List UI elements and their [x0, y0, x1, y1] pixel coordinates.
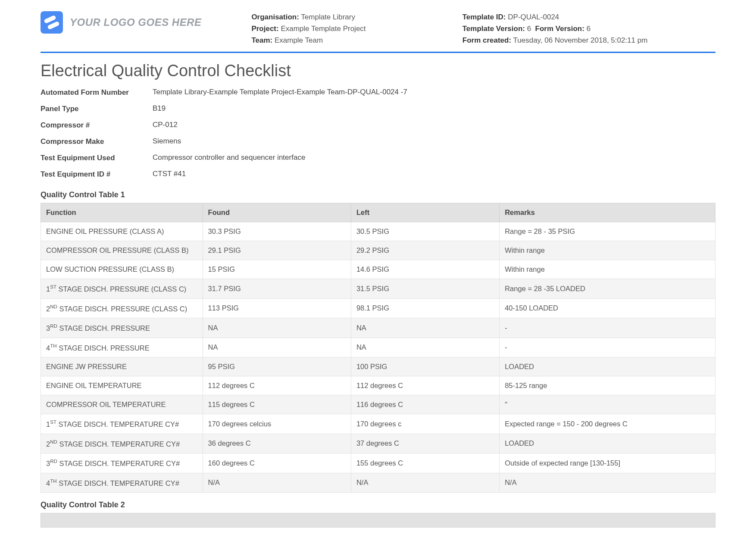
cell-remarks: Range = 28 - 35 PSIG [500, 222, 715, 241]
page-title: Electrical Quality Control Checklist [41, 62, 715, 80]
cell-left: 14.6 PSIG [351, 260, 499, 279]
org-label: Organisation: [251, 13, 299, 21]
qc1-table: Function Found Left Remarks ENGINE OIL P… [41, 203, 715, 493]
cell-left: 29.2 PSIG [351, 241, 499, 260]
cell-remarks: LOADED [500, 357, 715, 376]
form-created-label: Form created: [462, 36, 511, 44]
qc1-col-function: Function [41, 203, 203, 222]
cell-left: NA [351, 338, 499, 357]
table-row: ENGINE OIL PRESSURE (CLASS A)30.3 PSIG30… [41, 222, 715, 241]
cell-found: NA [203, 338, 351, 357]
cell-left: NA [351, 318, 499, 338]
qc2-empty-strip [41, 513, 715, 528]
form-created-value: Tuesday, 06 November 2018, 5:02:11 pm [513, 36, 648, 44]
cell-left: 112 degrees C [351, 376, 499, 395]
cell-function: 3RD STAGE DISCH. PRESSURE [41, 318, 203, 338]
cell-left: 170 degrees c [351, 414, 499, 434]
cell-left: 100 PSIG [351, 357, 499, 376]
document-header: YOUR LOGO GOES HERE Organisation: Templa… [41, 11, 715, 53]
project-label: Project: [251, 25, 278, 33]
meta-row: Automated Form NumberTemplate Library-Ex… [41, 84, 715, 101]
template-id-label: Template ID: [462, 13, 506, 21]
cell-remarks: Within range [500, 260, 715, 279]
cell-remarks: Within range [500, 241, 715, 260]
template-id-value: DP-QUAL-0024 [508, 13, 559, 21]
cell-remarks: - [500, 318, 715, 338]
cell-remarks: LOADED [500, 434, 715, 453]
cell-found: 31.7 PSIG [203, 279, 351, 299]
cell-function: 1ST STAGE DISCH. TEMPERATURE CY# [41, 414, 203, 434]
meta-value: CTST #41 [153, 170, 715, 179]
meta-value: Template Library-Example Template Projec… [153, 88, 715, 97]
cell-remarks: 40-150 LOADED [500, 298, 715, 318]
meta-row: Test Equipment ID #CTST #41 [41, 166, 715, 183]
table-row: 4TH STAGE DISCH. TEMPERATURE CY#N/AN/AN/… [41, 473, 715, 493]
table-row: 3RD STAGE DISCH. PRESSURENANA- [41, 318, 715, 338]
cell-remarks: Expected range = 150 - 200 degrees C [500, 414, 715, 434]
cell-remarks: Range = 28 -35 LOADED [500, 279, 715, 299]
meta-row: Test Equipment UsedCompressor controller… [41, 150, 715, 166]
qc1-col-left: Left [351, 203, 499, 222]
meta-row: Compressor MakeSiemens [41, 134, 715, 150]
form-version-label: Form Version: [535, 25, 584, 33]
cell-function: 4TH STAGE DISCH. PRESSURE [41, 338, 203, 357]
cell-found: N/A [203, 473, 351, 493]
cell-function: 1ST STAGE DISCH. PRESSURE (CLASS C) [41, 279, 203, 299]
cell-function: ENGINE OIL PRESSURE (CLASS A) [41, 222, 203, 241]
meta-value: Siemens [153, 137, 715, 146]
team-label: Team: [251, 36, 272, 44]
table-row: ENGINE JW PRESSURE95 PSIG100 PSIGLOADED [41, 357, 715, 376]
cell-function: COMPRESSOR OIL PRESSURE (CLASS B) [41, 241, 203, 260]
table-row: ENGINE OIL TEMPERATURE112 degrees C112 d… [41, 376, 715, 395]
cell-left: 37 degrees C [351, 434, 499, 453]
table-row: 4TH STAGE DISCH. PRESSURENANA- [41, 338, 715, 357]
cell-found: 29.1 PSIG [203, 241, 351, 260]
table-row: 1ST STAGE DISCH. TEMPERATURE CY#170 degr… [41, 414, 715, 434]
logo-text: YOUR LOGO GOES HERE [70, 16, 202, 28]
meta-row: Compressor #CP-012 [41, 117, 715, 134]
qc1-heading: Quality Control Table 1 [41, 190, 715, 199]
meta-fields: Automated Form NumberTemplate Library-Ex… [41, 84, 715, 183]
logo-icon [41, 11, 63, 34]
meta-value: CP-012 [153, 121, 715, 130]
form-version-value: 6 [587, 25, 590, 33]
cell-left: N/A [351, 473, 499, 493]
meta-value: B19 [153, 104, 715, 114]
cell-function: 3RD STAGE DISCH. TEMPERATURE CY# [41, 453, 203, 473]
cell-remarks: 85-125 range [500, 376, 715, 395]
cell-remarks: - [500, 338, 715, 357]
table-row: 2ND STAGE DISCH. PRESSURE (CLASS C)113 P… [41, 298, 715, 318]
cell-function: ENGINE OIL TEMPERATURE [41, 376, 203, 395]
cell-found: 95 PSIG [203, 357, 351, 376]
cell-function: COMPRESSOR OIL TEMPERATURE [41, 395, 203, 414]
meta-label: Test Equipment ID # [41, 170, 153, 179]
cell-left: 31.5 PSIG [351, 279, 499, 299]
cell-left: 155 degrees C [351, 453, 499, 473]
cell-function: 4TH STAGE DISCH. TEMPERATURE CY# [41, 473, 203, 493]
meta-value: Compressor controller and sequencer inte… [153, 153, 715, 163]
cell-left: 98.1 PSIG [351, 298, 499, 318]
cell-found: 170 degrees celcius [203, 414, 351, 434]
cell-found: 115 degrees C [203, 395, 351, 414]
cell-found: 113 PSIG [203, 298, 351, 318]
meta-label: Automated Form Number [41, 88, 153, 97]
cell-found: 15 PSIG [203, 260, 351, 279]
cell-left: 30.5 PSIG [351, 222, 499, 241]
table-row: COMPRESSOR OIL TEMPERATURE115 degrees C1… [41, 395, 715, 414]
table-row: LOW SUCTION PRESSURE (CLASS B)15 PSIG14.… [41, 260, 715, 279]
team-value: Example Team [275, 36, 323, 44]
meta-label: Compressor # [41, 121, 153, 130]
cell-left: 116 degrees C [351, 395, 499, 414]
template-version-label: Template Version: [462, 25, 525, 33]
cell-remarks: " [500, 395, 715, 414]
cell-remarks: N/A [500, 473, 715, 493]
table-row: 3RD STAGE DISCH. TEMPERATURE CY#160 degr… [41, 453, 715, 473]
cell-function: LOW SUCTION PRESSURE (CLASS B) [41, 260, 203, 279]
table-row: 1ST STAGE DISCH. PRESSURE (CLASS C)31.7 … [41, 279, 715, 299]
table-row: COMPRESSOR OIL PRESSURE (CLASS B)29.1 PS… [41, 241, 715, 260]
cell-found: 112 degrees C [203, 376, 351, 395]
qc2-heading: Quality Control Table 2 [41, 500, 715, 509]
qc1-col-found: Found [203, 203, 351, 222]
meta-label: Compressor Make [41, 137, 153, 146]
cell-found: NA [203, 318, 351, 338]
